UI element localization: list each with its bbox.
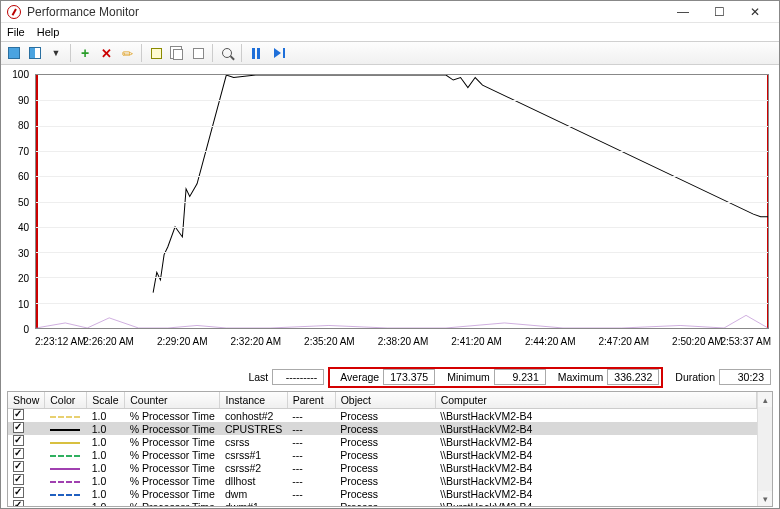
scroll-up-icon[interactable]: ▴ (758, 392, 772, 407)
checkbox-icon[interactable] (13, 461, 24, 472)
y-tick-label: 60 (9, 171, 29, 182)
zoom-button[interactable] (217, 43, 237, 63)
minimize-button[interactable]: — (665, 2, 701, 22)
cell-object: Process (335, 487, 435, 500)
gridline (36, 151, 768, 152)
table-row[interactable]: 1.0% Processor Timecsrss---Process\\Burs… (8, 435, 757, 448)
y-tick-label: 50 (9, 196, 29, 207)
counter-table[interactable]: Show Color Scale Counter Instance Parent… (8, 392, 757, 507)
toolbar: ▼ + ✕ ✎ (1, 41, 779, 65)
title-bar: Performance Monitor — ☐ ✕ (1, 1, 779, 23)
stats-highlight: Average 173.375 Minimum 9.231 Maximum 33… (328, 367, 663, 388)
checkbox-icon[interactable] (13, 422, 24, 433)
chart-split-icon (29, 47, 41, 59)
chart-split-button[interactable] (25, 43, 45, 63)
chart-plot[interactable] (35, 74, 769, 329)
cell-instance: csrss (220, 435, 287, 448)
toolbar-separator (70, 44, 71, 62)
col-scale[interactable]: Scale (87, 392, 125, 409)
stats-bar: Last --------- Average 173.375 Minimum 9… (1, 367, 779, 387)
cell-scale: 1.0 (87, 461, 125, 474)
cell-computer: \\BurstHackVM2-B4 (435, 409, 756, 423)
cell-object: Process (335, 435, 435, 448)
pause-button[interactable] (246, 43, 266, 63)
last-label: Last (248, 371, 268, 383)
cell-instance: dwm#1 (220, 500, 287, 507)
table-row[interactable]: 1.0% Processor Timedllhost---Process\\Bu… (8, 474, 757, 487)
x-tick-label: 2:44:20 AM (525, 336, 576, 347)
highlight-button[interactable]: ✎ (117, 43, 137, 63)
cell-color (45, 500, 87, 507)
col-show[interactable]: Show (8, 392, 45, 409)
cell-computer: \\BurstHackVM2-B4 (435, 422, 756, 435)
table-row[interactable]: 1.0% Processor Timedwm#1---Process\\Burs… (8, 500, 757, 507)
col-object[interactable]: Object (335, 392, 435, 409)
cell-object: Process (335, 409, 435, 423)
menu-file[interactable]: File (7, 26, 25, 38)
toolbar-separator (212, 44, 213, 62)
table-header-row: Show Color Scale Counter Instance Parent… (8, 392, 757, 409)
series-line (36, 315, 768, 328)
chevron-down-icon: ▼ (52, 48, 61, 58)
chart-type-dropdown[interactable]: ▼ (46, 43, 66, 63)
cell-color (45, 487, 87, 500)
x-tick-label: 2:35:20 AM (304, 336, 355, 347)
checkbox-icon[interactable] (13, 435, 24, 446)
col-counter[interactable]: Counter (125, 392, 220, 409)
x-icon: ✕ (101, 46, 112, 61)
checkbox-icon[interactable] (13, 448, 24, 459)
gridline (36, 126, 768, 127)
step-forward-icon (274, 48, 281, 58)
cell-parent: --- (287, 487, 335, 500)
delete-counter-button[interactable]: ✕ (96, 43, 116, 63)
cell-instance: conhost#2 (220, 409, 287, 423)
table-row[interactable]: 1.0% Processor TimeCPUSTRES---Process\\B… (8, 422, 757, 435)
table-scrollbar[interactable]: ▴ ▾ (757, 392, 772, 506)
checkbox-icon[interactable] (13, 409, 24, 420)
close-button[interactable]: ✕ (737, 2, 773, 22)
checkbox-icon[interactable] (13, 500, 24, 507)
cell-parent: --- (287, 435, 335, 448)
duration-value: 30:23 (719, 369, 771, 385)
last-value: --------- (272, 369, 324, 385)
gridline (36, 303, 768, 304)
y-tick-label: 0 (9, 324, 29, 335)
cell-object: Process (335, 474, 435, 487)
x-tick-label: 2:50:20 AM (672, 336, 723, 347)
cell-show[interactable] (8, 500, 45, 507)
copy-icon (173, 49, 183, 60)
table-row[interactable]: 1.0% Processor Timedwm---Process\\BurstH… (8, 487, 757, 500)
menu-help[interactable]: Help (37, 26, 60, 38)
copy-button[interactable] (167, 43, 187, 63)
toolbar-separator (141, 44, 142, 62)
cell-color (45, 448, 87, 461)
browse-icon (151, 48, 162, 59)
maximize-button[interactable]: ☐ (701, 2, 737, 22)
cell-scale: 1.0 (87, 500, 125, 507)
col-computer[interactable]: Computer (435, 392, 756, 409)
x-tick-label: 2:32:20 AM (231, 336, 282, 347)
paste-button[interactable] (188, 43, 208, 63)
checkbox-icon[interactable] (13, 474, 24, 485)
plus-icon: + (81, 45, 89, 61)
table-row[interactable]: 1.0% Processor Timecsrss#2---Process\\Bu… (8, 461, 757, 474)
checkbox-icon[interactable] (13, 487, 24, 498)
cell-scale: 1.0 (87, 409, 125, 423)
table-row[interactable]: 1.0% Processor Timeconhost#2---Process\\… (8, 409, 757, 423)
y-tick-label: 90 (9, 94, 29, 105)
col-parent[interactable]: Parent (287, 392, 335, 409)
add-counter-button[interactable]: + (75, 43, 95, 63)
cell-object: Process (335, 448, 435, 461)
scroll-down-icon[interactable]: ▾ (758, 491, 772, 506)
col-instance[interactable]: Instance (220, 392, 287, 409)
col-color[interactable]: Color (45, 392, 87, 409)
series-line (153, 75, 768, 293)
cell-show[interactable] (8, 409, 45, 423)
table-row[interactable]: 1.0% Processor Timecsrss#1---Process\\Bu… (8, 448, 757, 461)
chart-view-button[interactable] (4, 43, 24, 63)
x-tick-label: 2:47:20 AM (599, 336, 650, 347)
counter-table-wrap: Show Color Scale Counter Instance Parent… (7, 391, 773, 507)
browse-button[interactable] (146, 43, 166, 63)
gridline (36, 227, 768, 228)
step-button[interactable] (267, 43, 287, 63)
